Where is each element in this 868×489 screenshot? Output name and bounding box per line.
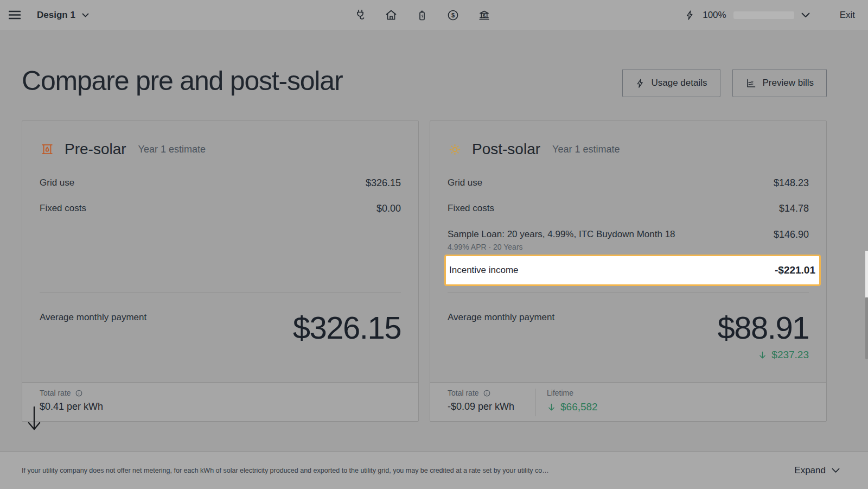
menu-button[interactable] — [9, 10, 21, 20]
post-solar-header: Post-solar Year 1 estimate — [448, 137, 620, 161]
loan-sublabel: 4.99% APR · 20 Years — [448, 243, 675, 251]
pre-solar-subtitle: Year 1 estimate — [138, 144, 206, 155]
total-rate-value: $0.41 per kWh — [40, 401, 103, 412]
scroll-down-arrow-icon — [26, 406, 42, 434]
topbar: Design 1 $ $ — [0, 0, 868, 30]
total-rate-block: Total rate -$0.09 per kWh — [448, 389, 514, 412]
lifetime-block: Lifetime $66,582 — [547, 389, 598, 413]
post-solar-footer: Total rate -$0.09 per kWh Lifetime $66,5… — [430, 382, 826, 421]
pre-solar-title: Pre-solar — [65, 141, 126, 158]
info-icon[interactable] — [483, 389, 491, 397]
svg-text:$: $ — [483, 12, 486, 18]
preview-bills-label: Preview bills — [763, 78, 814, 88]
hamburger-icon — [9, 10, 21, 20]
bills-chart-icon — [745, 78, 757, 89]
home-icon[interactable] — [385, 9, 398, 22]
incentive-income-value: -$221.01 — [775, 264, 815, 276]
table-row: Fixed costs $0.00 — [40, 203, 401, 214]
topbar-tools: $ $ — [354, 0, 491, 30]
total-rate-block: Total rate $0.41 per kWh — [40, 389, 103, 412]
topbar-left: Design 1 — [9, 0, 89, 30]
disclaimer-text: If your utility company does not offer n… — [22, 467, 549, 474]
info-icon[interactable] — [75, 389, 83, 397]
total-rate-value: -$0.09 per kWh — [448, 401, 514, 412]
plug-icon[interactable] — [354, 9, 367, 22]
exit-button[interactable]: Exit — [840, 10, 855, 21]
design-label: Design 1 — [37, 10, 75, 21]
expand-label: Expand — [794, 465, 826, 476]
monthly-savings: $237.23 — [758, 349, 809, 361]
post-solar-monthly-payment: $88.91 — [718, 311, 809, 345]
down-arrow-icon — [758, 350, 767, 360]
offset-progress-bar — [733, 11, 794, 19]
offset-percentage: 100% — [703, 10, 726, 21]
down-arrow-icon — [547, 402, 556, 412]
header-buttons: Usage details Preview bills — [622, 69, 827, 97]
row-label: Grid use — [448, 177, 482, 188]
row-value: $148.23 — [774, 177, 809, 189]
post-solar-card: Post-solar Year 1 estimate Grid use $148… — [430, 120, 827, 422]
summary-label: Average monthly payment — [448, 312, 554, 323]
table-row: Fixed costs $14.78 — [448, 203, 809, 214]
usage-details-label: Usage details — [652, 78, 707, 88]
summary-label: Average monthly payment — [40, 312, 146, 323]
incentive-income-highlight-row: Incentive income -$221.01 — [444, 255, 821, 286]
table-row-loan: Sample Loan: 20 years, 4.99%, ITC Buydow… — [448, 229, 809, 251]
oil-barrel-icon — [40, 142, 55, 157]
total-rate-label: Total rate — [40, 389, 71, 397]
footer-divider — [535, 389, 535, 416]
row-label: Fixed costs — [448, 203, 494, 214]
topbar-right: 100% Exit — [685, 0, 855, 30]
preview-bills-button[interactable]: Preview bills — [732, 69, 827, 97]
lifetime-savings-value: $66,582 — [560, 401, 598, 413]
bank-icon[interactable]: $ — [477, 9, 491, 22]
usage-details-button[interactable]: Usage details — [622, 69, 720, 97]
scrollbar-highlight — [865, 251, 868, 297]
battery-icon[interactable] — [416, 9, 429, 22]
pre-solar-footer: Total rate $0.41 per kWh — [22, 382, 418, 421]
row-value: $14.78 — [779, 203, 809, 214]
dollar-coin-icon[interactable]: $ — [446, 9, 459, 22]
loan-label: Sample Loan: 20 years, 4.99%, ITC Buydow… — [448, 229, 675, 239]
row-label: Fixed costs — [40, 203, 86, 214]
divider — [40, 293, 401, 293]
compare-pre-post-solar-page: Design 1 $ $ — [0, 0, 868, 489]
chevron-down-icon[interactable] — [801, 12, 810, 18]
bolt-icon — [685, 9, 695, 21]
divider — [448, 293, 809, 293]
sun-icon — [448, 142, 462, 157]
total-rate-label: Total rate — [448, 389, 479, 397]
pre-solar-header: Pre-solar Year 1 estimate — [40, 137, 206, 161]
post-solar-title: Post-solar — [472, 141, 540, 158]
row-value: $146.90 — [774, 229, 809, 240]
row-value: $0.00 — [376, 203, 401, 214]
design-selector[interactable]: Design 1 — [37, 10, 89, 21]
row-value: $326.15 — [366, 177, 401, 189]
svg-text:$: $ — [451, 12, 455, 18]
table-row: Grid use $326.15 — [40, 177, 401, 189]
incentive-income-label: Incentive income — [449, 265, 519, 276]
expand-button[interactable]: Expand — [794, 465, 840, 476]
bottom-disclaimer-bar: If your utility company does not offer n… — [0, 452, 868, 489]
table-row: Grid use $148.23 — [448, 177, 809, 189]
monthly-savings-value: $237.23 — [771, 349, 809, 361]
bolt-icon — [635, 78, 646, 89]
pre-solar-monthly-payment: $326.15 — [293, 311, 401, 345]
page-title: Compare pre and post-solar — [22, 65, 342, 97]
row-label: Grid use — [40, 177, 74, 188]
pre-solar-card: Pre-solar Year 1 estimate Grid use $326.… — [22, 120, 419, 422]
lifetime-label: Lifetime — [547, 389, 573, 397]
chevron-down-icon — [82, 10, 89, 21]
post-solar-subtitle: Year 1 estimate — [552, 144, 620, 155]
chevron-down-icon — [832, 468, 840, 473]
scrollbar-thumb[interactable] — [865, 297, 868, 359]
